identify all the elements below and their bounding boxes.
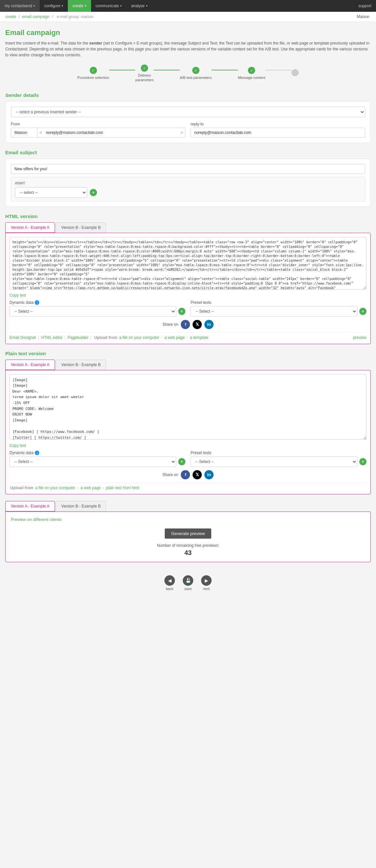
dynamic-data-select[interactable]: -- Select -- bbox=[9, 306, 176, 317]
html-tab-version-b[interactable]: Version B - Example B bbox=[56, 222, 106, 233]
step-circle-3 bbox=[192, 67, 199, 74]
top-navigation: my contactsend ▾ configure ▾ create ▾ co… bbox=[0, 0, 376, 12]
html-textarea[interactable]: height="auto"></div></div></td></tr></ta… bbox=[9, 237, 367, 289]
connector-1 bbox=[109, 70, 135, 70]
breadcrumb-email-campaign[interactable]: email campaign bbox=[22, 14, 50, 19]
plain-text-textarea[interactable]: [Image] [Image] Dear <NAME>, lorem ipsum… bbox=[9, 374, 367, 440]
plain-copy-text-link[interactable]: Copy text bbox=[9, 443, 367, 448]
back-label: back bbox=[166, 587, 173, 591]
remaining-num: 43 bbox=[11, 549, 365, 557]
plain-share-label: Share on bbox=[162, 472, 179, 477]
preset-texts-label: Preset texts bbox=[191, 300, 367, 305]
back-button[interactable]: ◀ back bbox=[164, 575, 175, 591]
dynamic-data-label: Dynamic data i bbox=[9, 300, 185, 305]
html-tab-bar: Version A - Example A Version B - Exampl… bbox=[5, 222, 371, 233]
nav-arrow: ▾ bbox=[85, 4, 87, 7]
sender-select[interactable]: -- select a previous inserted sender -- bbox=[11, 107, 365, 117]
nav-analyse[interactable]: analyse ▾ bbox=[126, 0, 152, 12]
remaining-text: Number of remaining free previews: bbox=[11, 543, 365, 548]
from-name: Maison bbox=[11, 128, 37, 137]
step-delivery: Delivery parameters bbox=[135, 64, 154, 83]
plain-preset-plus-button[interactable]: + bbox=[359, 458, 367, 465]
reply-to-label: reply-to bbox=[191, 122, 365, 126]
nav-configure[interactable]: configure ▾ bbox=[40, 0, 68, 12]
reply-to-input[interactable] bbox=[191, 128, 365, 137]
generate-preview-button[interactable]: Generate preview bbox=[165, 528, 212, 538]
upload-from-label: Upload from bbox=[94, 335, 117, 340]
linkedin-icon[interactable]: in bbox=[205, 320, 214, 329]
plain-dynamic-plus-button[interactable]: + bbox=[178, 458, 185, 465]
plain-twitter-icon[interactable]: 𝕏 bbox=[193, 470, 202, 479]
plain-upload-file-link[interactable]: a file on your computer bbox=[35, 486, 75, 490]
plain-tab-bar: Version A - Example A Version B - Exampl… bbox=[5, 360, 371, 370]
plain-upload-from-label: Upload from bbox=[10, 486, 33, 490]
plain-dynamic-select[interactable]: -- Select -- bbox=[9, 457, 176, 467]
preset-texts-select-row: -- Select -- + bbox=[191, 306, 367, 317]
subject-input[interactable] bbox=[11, 164, 365, 174]
step-circle-2 bbox=[141, 64, 148, 72]
breadcrumb-create[interactable]: create bbox=[5, 14, 16, 19]
html-tab-version-a[interactable]: Version A - Example A bbox=[5, 222, 55, 233]
dynamic-data-plus-button[interactable]: + bbox=[178, 308, 185, 315]
next-label: next bbox=[203, 587, 210, 591]
plain-dynamic-data-label: Dynamic data i bbox=[9, 451, 185, 455]
plain-tab-version-b[interactable]: Version B - Example B bbox=[56, 360, 106, 370]
dynamic-data-select-row: -- Select -- + bbox=[9, 306, 185, 317]
insert-plus-button[interactable]: + bbox=[90, 189, 97, 196]
preview-card: Preview on different clients Generate pr… bbox=[5, 512, 371, 562]
plain-dynamic-data-col: Dynamic data i -- Select -- + bbox=[9, 451, 185, 467]
plain-preset-select-row: -- Select -- + bbox=[191, 457, 367, 467]
share-row: Share on f 𝕏 in bbox=[9, 320, 367, 329]
sender-details-title: Sender details bbox=[5, 92, 371, 98]
main-content: Email campaign Insert the content of the… bbox=[0, 22, 376, 600]
insert-select[interactable]: -- select -- bbox=[15, 187, 87, 198]
from-email: noreply@maison.contactlab.com bbox=[44, 128, 179, 137]
preview-tab-version-a[interactable]: Version A - Example A bbox=[5, 501, 55, 512]
next-icon: ▶ bbox=[201, 575, 212, 586]
nav-communicate[interactable]: communicate ▾ bbox=[91, 0, 126, 12]
nav-create[interactable]: create ▾ bbox=[68, 0, 91, 12]
plain-text-from-html-link[interactable]: plain text from html bbox=[106, 486, 139, 490]
preview-tab-bar: Version A - Example A Version B - Exampl… bbox=[5, 501, 371, 512]
plain-upload-webpage-link[interactable]: a web page bbox=[81, 486, 101, 490]
plain-linkedin-icon[interactable]: in bbox=[205, 470, 214, 479]
plain-preset-select[interactable]: -- Select -- bbox=[191, 457, 357, 467]
from-input-group: Maison < noreply@maison.contactlab.com > bbox=[11, 128, 185, 137]
back-icon: ◀ bbox=[164, 575, 175, 586]
preset-texts-select[interactable]: -- Select -- bbox=[191, 306, 357, 317]
facebook-icon[interactable]: f bbox=[181, 320, 190, 329]
plain-tab-version-a[interactable]: Version A - Example A bbox=[5, 360, 55, 370]
step-ab-test: A/B test parameters bbox=[180, 67, 212, 80]
plain-text-card: [Image] [Image] Dear <NAME>, lorem ipsum… bbox=[5, 370, 371, 494]
from-arrow-right: > bbox=[179, 130, 185, 135]
nav-arrow: ▾ bbox=[120, 4, 122, 7]
plain-preset-texts-label: Preset texts bbox=[191, 451, 367, 455]
next-button[interactable]: ▶ next bbox=[201, 575, 212, 591]
copy-text-link[interactable]: Copy text bbox=[9, 293, 367, 298]
from-row: From Maison < noreply@maison.contactlab.… bbox=[11, 122, 365, 137]
from-label: From bbox=[11, 122, 185, 126]
html-version-section: Version A - Example A Version B - Exampl… bbox=[5, 222, 371, 344]
insert-row: insert -- select -- + bbox=[11, 177, 365, 202]
support-link[interactable]: support bbox=[354, 0, 376, 12]
save-button[interactable]: 💾 save bbox=[183, 575, 193, 591]
preset-texts-plus-button[interactable]: + bbox=[359, 308, 367, 315]
preview-tab-version-b[interactable]: Version B - Example B bbox=[56, 501, 106, 512]
html-editor-link[interactable]: HTML editor bbox=[41, 335, 63, 340]
pagebuilder-link[interactable]: Pagebuilder bbox=[67, 335, 88, 340]
upload-webpage-link[interactable]: a web page bbox=[164, 335, 185, 340]
dynamic-preset-row: Dynamic data i -- Select -- + Preset tex… bbox=[9, 300, 367, 317]
page-description: Insert the content of the e-mail. The da… bbox=[5, 40, 371, 58]
twitter-icon[interactable]: 𝕏 bbox=[193, 320, 202, 329]
plain-dynamic-preset-row: Dynamic data i -- Select -- + Preset tex… bbox=[9, 451, 367, 467]
preview-link[interactable]: preview bbox=[353, 335, 367, 340]
nav-my-contactsend[interactable]: my contactsend ▾ bbox=[0, 0, 40, 12]
step-circle-1 bbox=[90, 67, 97, 74]
email-designer-link[interactable]: Email Designer bbox=[9, 335, 36, 340]
preview-on-clients-title: Preview on different clients bbox=[11, 517, 365, 522]
plain-facebook-icon[interactable]: f bbox=[181, 470, 190, 479]
nav-arrow: ▾ bbox=[146, 4, 148, 7]
upload-file-link[interactable]: a file on your computer bbox=[119, 335, 159, 340]
upload-template-link[interactable]: a template bbox=[190, 335, 208, 340]
share-label: Share on bbox=[162, 322, 179, 327]
